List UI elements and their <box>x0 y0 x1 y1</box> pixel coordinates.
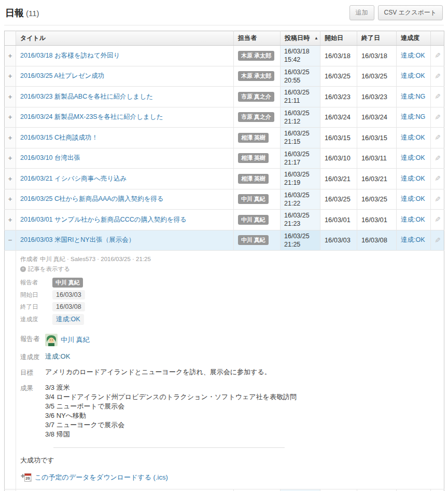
table-header-row: タイトル 担当者 投稿日時▲ 開始日 終了日 達成度 <box>5 31 444 46</box>
col-header-end[interactable]: 終了日 <box>357 31 397 46</box>
col-header-posted[interactable]: 投稿日時▲ <box>281 31 320 46</box>
edit-pencil-icon[interactable]: ✎ <box>435 113 441 121</box>
table-row: + 2016/03/23 新製品ABCを各社に紹介しました 市原 真之介 16/… <box>5 87 444 107</box>
circle-plus-icon: + <box>20 266 26 272</box>
start-date: 16/03/24 <box>320 107 357 128</box>
edit-pencil-icon[interactable]: ✎ <box>435 174 441 183</box>
table-row: − 2016/03/03 米国RIとNY出張（展示会） 中川 真紀 16/03/… <box>5 230 444 251</box>
col-header-achievement[interactable]: 達成度 <box>397 31 431 46</box>
posted-time: 21:25 <box>284 240 316 249</box>
assignee-badge: 中川 真紀 <box>238 235 269 245</box>
posted-datetime-cell: 16/03/25 21:25 <box>281 230 320 251</box>
col-header-title[interactable]: タイトル <box>16 31 234 46</box>
end-date: 16/03/18 <box>357 46 397 66</box>
expand-toggle-icon[interactable]: + <box>8 216 12 224</box>
end-date: 16/03/25 <box>357 66 397 87</box>
start-date: 16/03/18 <box>320 46 357 66</box>
edit-pencil-icon[interactable]: ✎ <box>435 154 441 162</box>
achievement-chip-link[interactable]: 達成:OK <box>56 316 80 323</box>
report-title-link[interactable]: 2016/03/01 サンプル社から新商品CCCの購入契約を得る <box>20 216 187 223</box>
achievement-link[interactable]: 達成:OK <box>401 175 425 182</box>
end-date: 16/03/23 <box>357 87 397 107</box>
end-date: 16/03/19 <box>357 489 397 491</box>
achievement-link[interactable]: 達成:OK <box>401 72 425 79</box>
detail-gutter <box>5 251 16 489</box>
expand-toggle-icon[interactable]: + <box>8 72 12 80</box>
posted-time: 21:15 <box>284 138 316 146</box>
col-header-assignee[interactable]: 担当者 <box>234 31 281 46</box>
result-line: 3/3 渡米 <box>45 383 297 392</box>
expand-toggle-icon[interactable]: − <box>8 236 12 244</box>
report-title-link[interactable]: 2016/03/15 C社商談成功！ <box>20 134 98 141</box>
assignee-badge: 相澤 英樹 <box>238 174 269 184</box>
expand-toggle-icon[interactable]: + <box>8 113 12 121</box>
result-line: 3/4 ロードアイランド州プロビデンスのトラクション・ソフトウェア社を表敬訪問 <box>45 392 297 402</box>
table-row: + 2016/03/25 A社プレゼン成功 木原 承太郎 16/03/25 20… <box>5 66 444 87</box>
table-row: + 2016/03/01 サンプル社から新商品CCCの購入契約を得る 中川 真紀… <box>5 210 444 230</box>
achievement-link[interactable]: 達成:OK <box>401 216 425 223</box>
achievement-link[interactable]: 達成:OK <box>401 134 425 141</box>
header-actions: 追加 CSV エクスポート <box>349 5 443 20</box>
achievement-link[interactable]: 達成:NG <box>401 93 425 100</box>
expand-toggle-icon[interactable]: + <box>8 175 12 183</box>
posted-date: 16/03/25 <box>284 68 316 76</box>
posted-time: 21:19 <box>284 179 316 187</box>
achievement-link[interactable]: 達成:OK <box>401 236 425 243</box>
expand-toggle-icon[interactable]: + <box>8 195 12 203</box>
achievement-link[interactable]: 達成:OK <box>401 195 425 202</box>
report-title-link[interactable]: 2016/03/24 新製品MX-23Sを各社に紹介しました <box>20 113 163 120</box>
article-label-goal: 目標 <box>20 367 45 377</box>
result-line: 3/7 ニューヨークで展示会 <box>45 420 297 430</box>
report-title-link[interactable]: 2016/03/21 イシバシ商事へ売り込み <box>20 175 127 182</box>
article-label-achievement: 達成度 <box>20 352 45 362</box>
edit-pencil-icon[interactable]: ✎ <box>435 195 441 203</box>
posted-time: 15:42 <box>284 56 316 64</box>
posted-datetime-cell: 16/03/25 21:22 <box>281 189 320 210</box>
posted-date: 16/03/25 <box>284 170 316 179</box>
field-label-reporter: 報告者 <box>20 279 52 287</box>
report-title-link[interactable]: 2016/03/25 C社から新商品AAAの購入契約を得る <box>20 195 164 202</box>
col-header-start[interactable]: 開始日 <box>320 31 357 46</box>
report-title-link[interactable]: 2016/03/18 お客様を訪ねて外回り <box>20 52 120 59</box>
posted-time: 21:12 <box>284 117 316 126</box>
posted-date: 16/03/25 <box>284 88 316 97</box>
end-date: 16/03/24 <box>357 107 397 128</box>
achievement-link[interactable]: 達成:OK <box>401 154 425 161</box>
expand-toggle-icon[interactable]: + <box>8 93 12 101</box>
csv-export-button[interactable]: CSV エクスポート <box>378 5 443 20</box>
posted-datetime-cell: 16/03/25 21:12 <box>281 107 320 128</box>
edit-pencil-icon[interactable]: ✎ <box>435 215 441 224</box>
assignee-badge: 相澤 英樹 <box>238 133 269 143</box>
edit-pencil-icon[interactable]: ✎ <box>435 236 441 244</box>
add-button[interactable]: 追加 <box>349 5 374 20</box>
edit-pencil-icon[interactable]: ✎ <box>435 92 441 101</box>
achievement-link[interactable]: 達成:NG <box>401 113 425 120</box>
start-date: 16/03/25 <box>320 66 357 87</box>
table-row: + 2016/03/18 お客様を訪ねて外回り 木原 承太郎 16/03/18 … <box>5 46 444 66</box>
report-table: タイトル 担当者 投稿日時▲ 開始日 終了日 達成度 + 2016/03/18 … <box>4 31 444 491</box>
report-title-link[interactable]: 2016/03/10 台湾出張 <box>20 154 80 161</box>
edit-pencil-icon[interactable]: ✎ <box>435 133 441 142</box>
expand-toggle-icon[interactable]: + <box>8 134 12 142</box>
field-label-achievement: 達成度 <box>20 316 52 323</box>
ics-download-link[interactable]: この予定のデータをダウンロードする (.ics) <box>35 473 168 482</box>
expand-toggle-icon[interactable]: + <box>8 154 12 162</box>
achievement-text: 達成:OK <box>45 352 70 362</box>
show-article-link[interactable]: 記事を表示する <box>28 265 70 273</box>
col-header-expand <box>5 31 16 46</box>
reporter-name-link[interactable]: 中川 真紀 <box>61 335 90 345</box>
report-title-link[interactable]: 2016/03/03 米国RIとNY出張（展示会） <box>20 236 135 243</box>
edit-pencil-icon[interactable]: ✎ <box>435 72 441 80</box>
start-date: 16/03/10 <box>320 148 357 169</box>
start-date: 16/03/19 <box>320 489 357 491</box>
achievement-link[interactable]: 達成:OK <box>401 52 425 59</box>
field-label-end: 終了日 <box>20 303 52 311</box>
end-date: 16/03/01 <box>357 210 397 230</box>
report-title-link[interactable]: 2016/03/23 新製品ABCを各社に紹介しました <box>20 93 153 100</box>
edit-pencil-icon[interactable]: ✎ <box>435 51 441 60</box>
posted-date: 16/03/25 <box>284 109 316 117</box>
posted-time: 21:23 <box>284 220 316 228</box>
table-row: + 2016/03/10 台湾出張 相澤 英樹 16/03/25 21:17 1… <box>5 148 444 169</box>
expand-toggle-icon[interactable]: + <box>8 52 12 60</box>
report-title-link[interactable]: 2016/03/25 A社プレゼン成功 <box>20 72 104 79</box>
